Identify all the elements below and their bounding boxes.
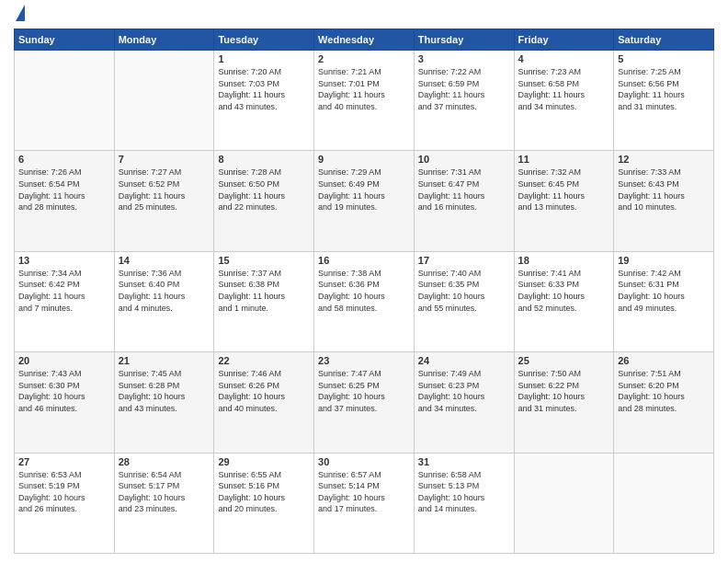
day-info: Sunrise: 7:36 AM Sunset: 6:40 PM Dayligh…: [119, 268, 210, 314]
day-info: Sunrise: 7:23 AM Sunset: 6:58 PM Dayligh…: [518, 66, 610, 112]
calendar-week-row: 27Sunrise: 6:53 AM Sunset: 5:19 PM Dayli…: [15, 453, 714, 553]
header: [14, 9, 714, 21]
calendar-cell: 26Sunrise: 7:51 AM Sunset: 6:20 PM Dayli…: [614, 352, 714, 453]
day-number: 11: [518, 154, 610, 165]
day-info: Sunrise: 7:22 AM Sunset: 6:59 PM Dayligh…: [418, 66, 510, 112]
day-number: 28: [119, 456, 210, 467]
day-number: 18: [518, 255, 610, 266]
calendar-cell: [614, 453, 714, 553]
day-number: 12: [618, 154, 710, 165]
day-number: 31: [418, 456, 510, 467]
calendar-cell: 21Sunrise: 7:45 AM Sunset: 6:28 PM Dayli…: [114, 352, 214, 453]
calendar-day-header: Monday: [114, 29, 214, 51]
day-number: 6: [18, 154, 110, 165]
calendar-cell: [514, 453, 614, 553]
day-info: Sunrise: 6:55 AM Sunset: 5:16 PM Dayligh…: [218, 469, 310, 515]
calendar-day-header: Saturday: [614, 29, 714, 51]
calendar-cell: 17Sunrise: 7:40 AM Sunset: 6:35 PM Dayli…: [414, 251, 514, 351]
day-info: Sunrise: 7:45 AM Sunset: 6:28 PM Dayligh…: [119, 368, 210, 414]
calendar-cell: [15, 51, 115, 151]
day-info: Sunrise: 7:34 AM Sunset: 6:42 PM Dayligh…: [18, 268, 110, 314]
day-number: 30: [318, 456, 410, 467]
day-number: 19: [618, 255, 710, 266]
day-number: 8: [218, 154, 310, 165]
calendar-cell: 2Sunrise: 7:21 AM Sunset: 7:01 PM Daylig…: [314, 51, 415, 151]
calendar-cell: 14Sunrise: 7:36 AM Sunset: 6:40 PM Dayli…: [114, 251, 214, 351]
day-info: Sunrise: 7:28 AM Sunset: 6:50 PM Dayligh…: [218, 167, 310, 213]
day-number: 2: [318, 53, 410, 64]
day-info: Sunrise: 6:53 AM Sunset: 5:19 PM Dayligh…: [18, 469, 110, 515]
day-info: Sunrise: 6:57 AM Sunset: 5:14 PM Dayligh…: [318, 469, 410, 515]
day-number: 26: [618, 355, 710, 366]
logo-icon: [16, 5, 25, 21]
calendar-cell: 30Sunrise: 6:57 AM Sunset: 5:14 PM Dayli…: [314, 453, 415, 553]
calendar-table: SundayMondayTuesdayWednesdayThursdayFrid…: [14, 29, 714, 554]
calendar-cell: 19Sunrise: 7:42 AM Sunset: 6:31 PM Dayli…: [614, 251, 714, 351]
day-info: Sunrise: 7:46 AM Sunset: 6:26 PM Dayligh…: [218, 368, 310, 414]
calendar-week-row: 20Sunrise: 7:43 AM Sunset: 6:30 PM Dayli…: [15, 352, 714, 453]
calendar-cell: 12Sunrise: 7:33 AM Sunset: 6:43 PM Dayli…: [614, 151, 714, 251]
day-info: Sunrise: 6:54 AM Sunset: 5:17 PM Dayligh…: [119, 469, 210, 515]
day-info: Sunrise: 7:38 AM Sunset: 6:36 PM Dayligh…: [318, 268, 410, 314]
day-info: Sunrise: 7:26 AM Sunset: 6:54 PM Dayligh…: [18, 167, 110, 213]
day-info: Sunrise: 7:50 AM Sunset: 6:22 PM Dayligh…: [518, 368, 610, 414]
day-info: Sunrise: 7:29 AM Sunset: 6:49 PM Dayligh…: [318, 167, 410, 213]
day-number: 4: [518, 53, 610, 64]
day-number: 21: [119, 355, 210, 366]
calendar-week-row: 13Sunrise: 7:34 AM Sunset: 6:42 PM Dayli…: [15, 251, 714, 351]
calendar-cell: 23Sunrise: 7:47 AM Sunset: 6:25 PM Dayli…: [314, 352, 415, 453]
day-info: Sunrise: 7:21 AM Sunset: 7:01 PM Dayligh…: [318, 66, 410, 112]
calendar-cell: 10Sunrise: 7:31 AM Sunset: 6:47 PM Dayli…: [414, 151, 514, 251]
day-info: Sunrise: 7:37 AM Sunset: 6:38 PM Dayligh…: [218, 268, 310, 314]
calendar-day-header: Tuesday: [214, 29, 314, 51]
day-number: 16: [318, 255, 410, 266]
calendar-cell: 6Sunrise: 7:26 AM Sunset: 6:54 PM Daylig…: [15, 151, 115, 251]
day-number: 10: [418, 154, 510, 165]
page: SundayMondayTuesdayWednesdayThursdayFrid…: [0, 0, 728, 563]
day-info: Sunrise: 7:43 AM Sunset: 6:30 PM Dayligh…: [18, 368, 110, 414]
calendar-cell: 18Sunrise: 7:41 AM Sunset: 6:33 PM Dayli…: [514, 251, 614, 351]
day-info: Sunrise: 7:33 AM Sunset: 6:43 PM Dayligh…: [618, 167, 710, 213]
day-number: 29: [218, 456, 310, 467]
calendar-cell: 1Sunrise: 7:20 AM Sunset: 7:03 PM Daylig…: [214, 51, 314, 151]
day-number: 17: [418, 255, 510, 266]
calendar-cell: 25Sunrise: 7:50 AM Sunset: 6:22 PM Dayli…: [514, 352, 614, 453]
calendar-week-row: 1Sunrise: 7:20 AM Sunset: 7:03 PM Daylig…: [15, 51, 714, 151]
calendar-cell: 31Sunrise: 6:58 AM Sunset: 5:13 PM Dayli…: [414, 453, 514, 553]
day-info: Sunrise: 7:49 AM Sunset: 6:23 PM Dayligh…: [418, 368, 510, 414]
calendar-cell: 16Sunrise: 7:38 AM Sunset: 6:36 PM Dayli…: [314, 251, 415, 351]
calendar-cell: 24Sunrise: 7:49 AM Sunset: 6:23 PM Dayli…: [414, 352, 514, 453]
day-number: 15: [218, 255, 310, 266]
day-number: 9: [318, 154, 410, 165]
calendar-day-header: Wednesday: [314, 29, 415, 51]
calendar-cell: 3Sunrise: 7:22 AM Sunset: 6:59 PM Daylig…: [414, 51, 514, 151]
calendar-cell: 15Sunrise: 7:37 AM Sunset: 6:38 PM Dayli…: [214, 251, 314, 351]
day-info: Sunrise: 7:40 AM Sunset: 6:35 PM Dayligh…: [418, 268, 510, 314]
calendar-cell: 5Sunrise: 7:25 AM Sunset: 6:56 PM Daylig…: [614, 51, 714, 151]
day-info: Sunrise: 7:27 AM Sunset: 6:52 PM Dayligh…: [119, 167, 210, 213]
calendar-cell: 13Sunrise: 7:34 AM Sunset: 6:42 PM Dayli…: [15, 251, 115, 351]
day-info: Sunrise: 7:25 AM Sunset: 6:56 PM Dayligh…: [618, 66, 710, 112]
calendar-day-header: Thursday: [414, 29, 514, 51]
calendar-cell: 11Sunrise: 7:32 AM Sunset: 6:45 PM Dayli…: [514, 151, 614, 251]
calendar-cell: 9Sunrise: 7:29 AM Sunset: 6:49 PM Daylig…: [314, 151, 415, 251]
calendar-cell: 7Sunrise: 7:27 AM Sunset: 6:52 PM Daylig…: [114, 151, 214, 251]
day-number: 23: [318, 355, 410, 366]
day-info: Sunrise: 7:32 AM Sunset: 6:45 PM Dayligh…: [518, 167, 610, 213]
calendar-cell: 8Sunrise: 7:28 AM Sunset: 6:50 PM Daylig…: [214, 151, 314, 251]
day-info: Sunrise: 7:31 AM Sunset: 6:47 PM Dayligh…: [418, 167, 510, 213]
calendar-cell: 27Sunrise: 6:53 AM Sunset: 5:19 PM Dayli…: [15, 453, 115, 553]
day-number: 27: [18, 456, 110, 467]
day-number: 14: [119, 255, 210, 266]
day-number: 22: [218, 355, 310, 366]
day-info: Sunrise: 7:20 AM Sunset: 7:03 PM Dayligh…: [218, 66, 310, 112]
day-number: 20: [18, 355, 110, 366]
day-info: Sunrise: 7:51 AM Sunset: 6:20 PM Dayligh…: [618, 368, 710, 414]
day-number: 1: [218, 53, 310, 64]
logo: [14, 9, 25, 21]
day-number: 24: [418, 355, 510, 366]
calendar-cell: 4Sunrise: 7:23 AM Sunset: 6:58 PM Daylig…: [514, 51, 614, 151]
calendar-day-header: Friday: [514, 29, 614, 51]
day-number: 13: [18, 255, 110, 266]
calendar-cell: 22Sunrise: 7:46 AM Sunset: 6:26 PM Dayli…: [214, 352, 314, 453]
